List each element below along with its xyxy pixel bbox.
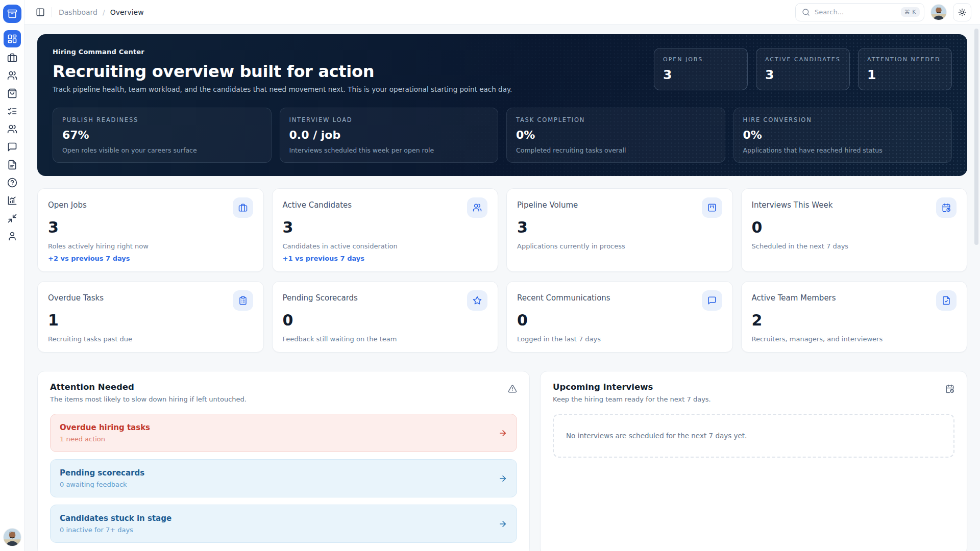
stat-label: INTERVIEW LOAD (289, 116, 489, 123)
search-shortcut-badge: ⌘ K (901, 7, 920, 17)
metric-card-recent-communications[interactable]: Recent Communications 0 Logged in the la… (506, 281, 733, 353)
hero-chip-attention-needed: ATTENTION NEEDED 1 (858, 48, 952, 90)
clipboard-list-icon (233, 290, 253, 311)
sidebar-toggle-button[interactable] (36, 8, 45, 17)
shrink-icon (7, 213, 17, 223)
card-title: Active Team Members (752, 290, 836, 303)
card-caption: Recruiting tasks past due (48, 335, 253, 343)
users-icon (7, 124, 17, 134)
archive-icon (7, 9, 17, 19)
sidebar-item-jobs[interactable] (4, 50, 21, 65)
card-trend: +1 vs previous 7 days (283, 255, 488, 262)
search-input[interactable]: Search... ⌘ K (795, 3, 924, 21)
panel-subtitle: The items most likely to slow down hirin… (50, 395, 247, 403)
search-placeholder: Search... (815, 8, 896, 16)
stat-caption: Interviews scheduled this week per open … (289, 146, 489, 154)
calendar-clock-icon (936, 197, 957, 218)
arrow-right-icon (498, 474, 507, 483)
attention-item-text: Candidates stuck in stage 0 inactive for… (60, 514, 172, 534)
list-checks-icon (7, 106, 17, 116)
sidebar-user-avatar[interactable] (4, 529, 21, 546)
metric-card-active-team-members[interactable]: Active Team Members 2 Recruiters, manage… (741, 281, 968, 353)
stat-value: 0.0 / job (289, 129, 489, 141)
attention-item-candidates-stuck[interactable]: Candidates stuck in stage 0 inactive for… (50, 505, 517, 543)
card-trend: +2 vs previous 7 days (48, 255, 253, 262)
metric-cards-row-2: Overdue Tasks 1 Recruiting tasks past du… (37, 281, 967, 353)
card-title: Pending Scorecards (283, 290, 358, 303)
sidebar-item-analytics[interactable] (4, 193, 21, 208)
stat-value: 0% (516, 129, 716, 141)
sidebar-item-tasks[interactable] (4, 104, 21, 119)
attention-item-title: Pending scorecards (60, 468, 144, 478)
attention-list: Overdue hiring tasks 1 need action Pendi… (50, 414, 517, 543)
attention-item-caption: 0 awaiting feedback (60, 481, 144, 488)
card-caption: Logged in the last 7 days (517, 335, 722, 343)
topbar-divider (52, 7, 52, 17)
user-avatar[interactable] (931, 5, 946, 20)
metric-card-pipeline-volume[interactable]: Pipeline Volume 3 Applications currently… (506, 188, 733, 272)
card-caption: Roles actively hiring right now (48, 242, 253, 250)
chip-value: 3 (765, 67, 841, 82)
sidebar-item-help[interactable] (4, 175, 21, 190)
hero-chip-active-candidates: ACTIVE CANDIDATES 3 (756, 48, 850, 90)
metric-card-open-jobs[interactable]: Open Jobs 3 Roles actively hiring right … (37, 188, 264, 272)
calendar-clock-icon (945, 382, 954, 393)
main-area: Dashboard / Overview Search... ⌘ K Hirin… (24, 0, 980, 551)
stat-caption: Applications that have reached hired sta… (743, 146, 943, 154)
breadcrumb-section[interactable]: Dashboard (59, 8, 97, 16)
alert-triangle-icon (508, 382, 517, 393)
card-caption: Scheduled in the next 7 days (752, 242, 957, 250)
chip-label: ATTENTION NEEDED (867, 56, 943, 63)
panel-title: Attention Needed (50, 382, 247, 392)
panel-left-icon (36, 8, 45, 17)
card-caption: Feedback still waiting on the team (283, 335, 488, 343)
scrollbar-thumb[interactable] (974, 29, 978, 245)
stat-label: HIRE CONVERSION (743, 116, 943, 123)
panel-head-text: Upcoming Interviews Keep the hiring team… (553, 382, 711, 403)
card-value: 0 (283, 311, 488, 329)
hero-stat-hire-conversion: HIRE CONVERSION 0% Applications that hav… (733, 108, 952, 163)
card-value: 0 (752, 218, 957, 236)
card-title: Recent Communications (517, 290, 610, 303)
card-title: Overdue Tasks (48, 290, 104, 303)
chip-value: 3 (663, 67, 739, 82)
layout-dashboard-icon (7, 34, 17, 44)
upcoming-interviews-panel: Upcoming Interviews Keep the hiring team… (540, 371, 967, 551)
attention-item-text: Pending scorecards 0 awaiting feedback (60, 468, 144, 488)
sidebar-item-dashboard[interactable] (4, 30, 21, 47)
sidebar-item-candidates[interactable] (4, 68, 21, 83)
attention-item-pending-scorecards[interactable]: Pending scorecards 0 awaiting feedback (50, 459, 517, 497)
metric-card-overdue-tasks[interactable]: Overdue Tasks 1 Recruiting tasks past du… (37, 281, 264, 353)
app-logo[interactable] (3, 5, 21, 23)
sidebar-item-pipeline[interactable] (4, 86, 21, 101)
page-title: Recruiting overview built for action (53, 62, 512, 81)
arrow-right-icon (498, 519, 507, 529)
panel-title: Upcoming Interviews (553, 382, 711, 392)
help-circle-icon (7, 178, 17, 188)
sidebar-item-collapse[interactable] (4, 211, 21, 226)
panel-head-text: Attention Needed The items most likely t… (50, 382, 247, 403)
sidebar-item-team[interactable] (4, 121, 21, 137)
card-title: Interviews This Week (752, 197, 833, 210)
metric-cards-row-1: Open Jobs 3 Roles actively hiring right … (37, 188, 967, 272)
chip-label: ACTIVE CANDIDATES (765, 56, 841, 63)
stat-label: TASK COMPLETION (516, 116, 716, 123)
sidebar-item-documents[interactable] (4, 157, 21, 172)
sidebar-item-messages[interactable] (4, 139, 21, 155)
users-icon (467, 197, 487, 218)
theme-toggle-button[interactable] (953, 3, 971, 21)
card-caption: Candidates in active consideration (283, 242, 488, 250)
card-value: 1 (48, 311, 253, 329)
attention-item-overdue-hiring-tasks[interactable]: Overdue hiring tasks 1 need action (50, 414, 517, 452)
metric-card-active-candidates[interactable]: Active Candidates 3 Candidates in active… (272, 188, 499, 272)
stat-label: PUBLISH READINESS (62, 116, 262, 123)
briefcase-icon (7, 53, 17, 63)
metric-card-pending-scorecards[interactable]: Pending Scorecards 0 Feedback still wait… (272, 281, 499, 353)
arrow-right-icon (498, 429, 507, 438)
briefcase-icon (233, 197, 253, 218)
card-caption: Recruiters, managers, and interviewers (752, 335, 957, 343)
card-title: Open Jobs (48, 197, 87, 210)
sidebar-item-profile[interactable] (4, 229, 21, 244)
metric-card-interviews-this-week[interactable]: Interviews This Week 0 Scheduled in the … (741, 188, 968, 272)
hero-subtitle: Track pipeline health, team workload, an… (53, 85, 512, 93)
